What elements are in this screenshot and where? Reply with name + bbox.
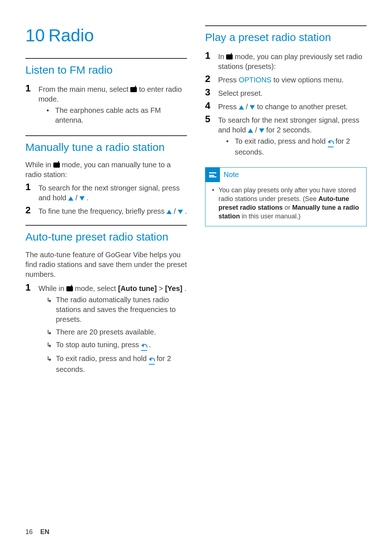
page-footer: 16 EN [25,528,49,536]
text: Press [218,76,239,84]
result-list: ↳The radio automatically tunes radio sta… [38,295,187,374]
text: > [159,284,165,292]
note-header: Note [205,168,366,182]
radio-icon [226,54,233,59]
text: or [285,204,292,211]
chapter-title: 10Radio [25,25,187,45]
step-number: 1 [25,182,33,203]
text: mode, select [75,284,118,292]
step: 1 To search for the next stronger signal… [25,182,187,203]
note-icon [205,168,220,182]
step-number: 2 [25,205,33,216]
step-body: From the main menu, select to enter radi… [38,83,187,127]
step-number: 1 [205,50,213,71]
note-title: Note [224,171,239,179]
text: To fine tune the frequency, briefly pres… [38,207,167,215]
step: 1 While in mode, select [Auto tune] > [Y… [25,282,187,377]
text: Press [218,103,239,111]
options-label: OPTIONS [239,76,271,84]
text: To exit radio, press and hold for 2 seco… [235,136,367,157]
steps-auto-tune: 1 While in mode, select [Auto tune] > [Y… [25,282,187,377]
divider [205,25,367,26]
chapter-number: 10 [25,26,45,45]
intro-text: The auto-tune feature of GoGear Vibe hel… [25,250,187,279]
result-arrow-icon: ↳ [46,327,52,337]
intro-text: While in mode, you can manually tune to … [25,160,187,180]
result-arrow-icon: ↳ [46,295,52,324]
step: 4 Press / to change to another preset. [205,100,367,112]
step-body: While in mode, select [Auto tune] > [Yes… [38,282,187,377]
left-column: 10Radio Listen to FM radio 1 From the ma… [25,25,187,386]
page-content: 10Radio Listen to FM radio 1 From the ma… [0,0,392,404]
result-item: ↳ To stop auto tuning, press . [38,340,187,351]
divider [25,135,187,136]
steps-manual-tune: 1 To search for the next stronger signal… [25,182,187,216]
bold-text: [Auto tune] [118,284,157,292]
back-icon [149,356,155,361]
text: / [255,126,259,134]
bullet: To exit radio, press and hold for 2 seco… [218,136,367,157]
step: 1 In mode, you can play previously set r… [205,50,367,71]
sub-bullets: The earphones cable acts as FM antenna. [38,106,187,125]
step-body: To search for the next stronger signal, … [218,114,367,159]
down-icon [250,105,255,110]
step: 2 Press OPTIONS to view options menu. [205,74,367,85]
text: to change to another preset. [257,103,348,111]
step-number: 1 [25,282,33,377]
step-body: Press OPTIONS to view options menu. [218,74,367,85]
step-body: Select preset. [218,87,367,98]
steps-play-preset: 1 In mode, you can play previously set r… [205,50,367,159]
down-icon [79,196,85,201]
step: 1 From the main menu, select to enter ra… [25,83,187,127]
text: To search for the next stronger signal, … [38,184,180,202]
step-body: To fine tune the frequency, briefly pres… [38,205,187,216]
radio-icon [66,286,73,291]
text: To exit radio, press and hold for 2 seco… [56,354,187,374]
text: The earphones cable acts as FM antenna. [55,106,187,125]
step-body: To search for the next stronger signal, … [38,182,187,203]
text: . [185,207,187,215]
step-number: 1 [25,83,33,127]
text: To exit radio, press and hold [235,137,328,145]
up-icon [239,105,244,110]
steps-listen-fm: 1 From the main menu, select to enter ra… [25,83,187,127]
text: in this user manual.) [242,213,301,220]
section-manual-tune: Manually tune a radio station [25,141,187,154]
bold-text: [Yes] [165,284,183,292]
step-number: 3 [205,87,213,98]
divider [25,58,187,59]
note-box: Note You can play presets only after you… [205,167,367,226]
bullet: The earphones cable acts as FM antenna. [38,106,187,125]
step-number: 4 [205,100,213,112]
text: You can play presets only after you have… [219,186,360,221]
text: / [75,194,79,202]
back-icon [328,139,334,144]
down-icon [259,128,264,133]
divider [25,225,187,226]
section-play-preset: Play a preset radio station [205,31,367,44]
down-icon [178,210,183,214]
result-item: ↳The radio automatically tunes radio sta… [38,295,187,324]
step: 3 Select preset. [205,87,367,98]
step: 2 To fine tune the frequency, briefly pr… [25,205,187,216]
result-arrow-icon: ↳ [46,354,52,374]
text: / [174,207,178,215]
radio-icon [53,163,60,168]
result-arrow-icon: ↳ [46,340,52,351]
text: . [184,284,187,292]
sub-bullets: To exit radio, press and hold for 2 seco… [218,136,367,157]
back-icon [141,342,147,348]
text: From the main menu, select [38,85,130,93]
result-item: ↳There are 20 presets available. [38,327,187,337]
text: To stop auto tuning, press [56,341,141,349]
text: to view options menu. [273,76,343,84]
text: . [149,341,151,349]
text: There are 20 presets available. [56,327,187,337]
step-body: Press / to change to another preset. [218,100,367,112]
step-number: 2 [205,74,213,85]
text: To exit radio, press and hold [56,354,149,362]
right-column: Play a preset radio station 1 In mode, y… [205,25,367,386]
page-number: 16 [25,528,33,535]
text: mode, you can play previously set radio … [218,53,362,70]
step-body: In mode, you can play previously set rad… [218,50,367,71]
